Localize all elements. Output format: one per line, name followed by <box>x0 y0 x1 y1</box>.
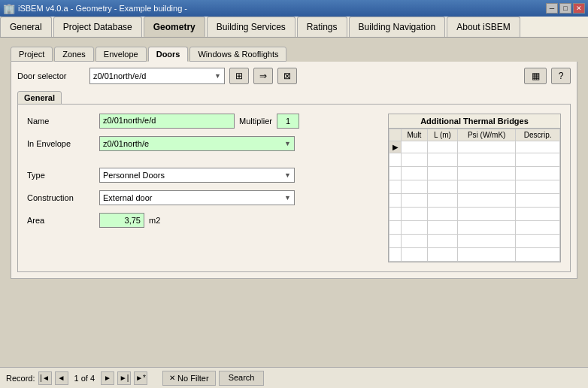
name-label: Name <box>27 117 95 126</box>
cell-mult-8[interactable] <box>402 235 428 248</box>
delete-door-button[interactable]: ⊠ <box>277 68 297 84</box>
cell-psi-7[interactable] <box>458 221 516 235</box>
col-psi-header: Psi (W/mK) <box>458 129 516 141</box>
cell-length-5[interactable] <box>427 194 457 208</box>
cell-descrip-8[interactable] <box>516 235 560 248</box>
new-record-button[interactable]: ►* <box>134 371 147 385</box>
area-input[interactable]: 3,75 <box>99 213 144 228</box>
calc-icon: ▦ <box>532 71 540 81</box>
first-record-button[interactable]: |◄ <box>38 371 52 385</box>
copy-door-button[interactable]: ⇒ <box>253 68 273 84</box>
menu-tab-geometry[interactable]: Geometry <box>144 17 205 37</box>
cell-mult-6[interactable] <box>402 208 428 221</box>
menu-tab-project-database[interactable]: Project Database <box>53 17 142 37</box>
cell-mult-1[interactable] <box>402 141 428 153</box>
cell-descrip-5[interactable] <box>516 194 560 208</box>
help-button[interactable]: ? <box>551 68 571 84</box>
door-selector-arrow: ▼ <box>214 72 221 80</box>
row-arrow-9 <box>389 248 402 262</box>
maximize-button[interactable]: □ <box>559 3 571 14</box>
cell-mult-9[interactable] <box>402 248 428 262</box>
cell-descrip-1[interactable] <box>516 141 560 153</box>
cell-descrip-9[interactable] <box>516 248 560 262</box>
subtab-project[interactable]: Project <box>11 47 53 62</box>
thermal-data-row-9 <box>389 248 560 262</box>
prev-record-button[interactable]: ◄ <box>55 371 68 385</box>
door-selector-combo[interactable]: z0/01north/e/d ▼ <box>89 68 225 84</box>
construction-label: Construction <box>27 193 95 202</box>
sub-tab-bar: Project Zones Envelope Doors Windows & R… <box>5 42 583 62</box>
cell-length-3[interactable] <box>427 167 457 180</box>
cell-length-7[interactable] <box>427 221 457 235</box>
cell-psi-6[interactable] <box>458 208 516 221</box>
door-selector-row: Door selector z0/01north/e/d ▼ ⊞ ⇒ ⊠ ▦ <box>17 68 571 84</box>
type-combo[interactable]: Personnel Doors ▼ <box>99 168 295 183</box>
add-door-button[interactable]: ⊞ <box>229 68 249 84</box>
name-row: Name z0/01north/e/d Multiplier 1 <box>27 114 379 129</box>
last-record-button[interactable]: ►| <box>117 371 131 385</box>
form-area: Name z0/01north/e/d Multiplier 1 <box>27 114 561 262</box>
area-row: Area 3,75 m2 <box>27 213 379 228</box>
cell-mult-3[interactable] <box>402 167 428 180</box>
subtab-envelope[interactable]: Envelope <box>95 47 147 62</box>
cell-descrip-2[interactable] <box>516 153 560 167</box>
prev-icon: ◄ <box>58 374 65 382</box>
cell-psi-1[interactable] <box>458 141 516 153</box>
no-filter-button[interactable]: ✕ No Filter <box>162 371 216 386</box>
search-button[interactable]: Search <box>219 371 265 386</box>
cell-psi-9[interactable] <box>458 248 516 262</box>
record-bar: Record: |◄ ◄ 1 of 4 ► ►| ►* ✕ No Filter … <box>0 367 588 388</box>
cell-psi-2[interactable] <box>458 153 516 167</box>
cell-descrip-6[interactable] <box>516 208 560 221</box>
cell-mult-4[interactable] <box>402 180 428 194</box>
row-arrow-5 <box>389 194 402 208</box>
no-filter-icon: ✕ <box>169 374 175 382</box>
thermal-data-row-7 <box>389 221 560 235</box>
cell-mult-5[interactable] <box>402 194 428 208</box>
row-arrow-4 <box>389 180 402 194</box>
general-tab-body: Name z0/01north/e/d Multiplier 1 <box>17 104 571 272</box>
left-column: Name z0/01north/e/d Multiplier 1 <box>27 114 379 262</box>
construction-combo[interactable]: External door ▼ <box>99 190 295 205</box>
menu-tab-about-isbem[interactable]: About iSBEM <box>447 17 520 37</box>
cell-descrip-4[interactable] <box>516 180 560 194</box>
thermal-data-row-8 <box>389 235 560 248</box>
close-button[interactable]: ✕ <box>573 3 585 14</box>
cell-psi-4[interactable] <box>458 180 516 194</box>
type-row: Type Personnel Doors ▼ <box>27 168 379 183</box>
name-input[interactable]: z0/01north/e/d <box>99 114 235 129</box>
cell-psi-3[interactable] <box>458 167 516 180</box>
menu-tab-building-navigation[interactable]: Building Navigation <box>349 17 446 37</box>
cell-length-2[interactable] <box>427 153 457 167</box>
no-filter-label: No Filter <box>177 374 209 383</box>
thermal-data-row-2 <box>389 153 560 167</box>
multiplier-input[interactable]: 1 <box>277 114 299 129</box>
cell-length-1[interactable] <box>427 141 457 153</box>
cell-length-4[interactable] <box>427 180 457 194</box>
cell-mult-2[interactable] <box>402 153 428 167</box>
cell-length-8[interactable] <box>427 235 457 248</box>
general-tab-header[interactable]: General <box>17 91 62 105</box>
subtab-zones[interactable]: Zones <box>54 47 94 62</box>
envelope-dropdown-arrow: ▼ <box>284 140 291 147</box>
cell-psi-5[interactable] <box>458 194 516 208</box>
menu-tab-building-services[interactable]: Building Services <box>207 17 296 37</box>
menu-tab-ratings[interactable]: Ratings <box>297 17 347 37</box>
cell-length-6[interactable] <box>427 208 457 221</box>
subtab-windows-rooflights[interactable]: Windows & Rooflights <box>189 47 286 62</box>
cell-psi-8[interactable] <box>458 235 516 248</box>
envelope-combo[interactable]: z0/01north/e ▼ <box>99 136 295 151</box>
next-record-button[interactable]: ► <box>101 371 114 385</box>
copy-icon: ⇒ <box>259 71 267 81</box>
cell-mult-7[interactable] <box>402 221 428 235</box>
calc-button[interactable]: ▦ <box>524 68 547 84</box>
cell-length-9[interactable] <box>427 248 457 262</box>
construction-row: Construction External door ▼ <box>27 190 379 205</box>
last-icon: ►| <box>120 374 129 382</box>
thermal-data-row-5 <box>389 194 560 208</box>
subtab-doors[interactable]: Doors <box>148 47 189 62</box>
menu-tab-general[interactable]: General <box>0 17 52 37</box>
minimize-button[interactable]: ─ <box>546 3 558 14</box>
cell-descrip-3[interactable] <box>516 167 560 180</box>
cell-descrip-7[interactable] <box>516 221 560 235</box>
